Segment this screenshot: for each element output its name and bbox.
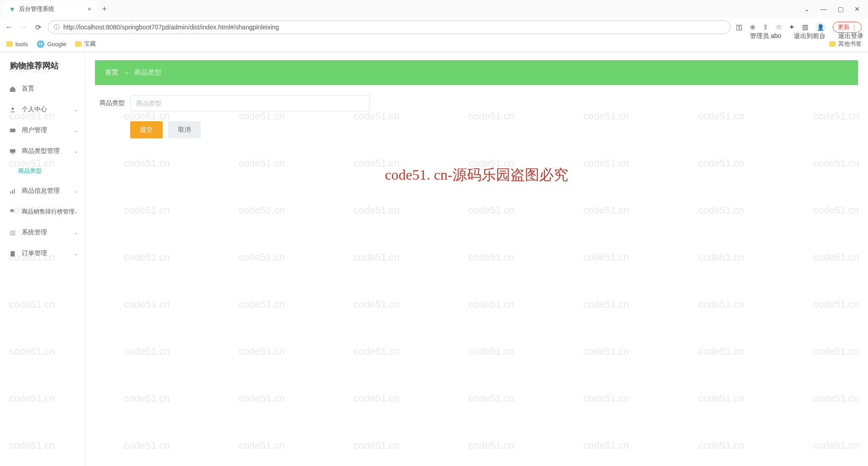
site-info-icon[interactable]: ⓘ: [54, 23, 60, 31]
form-area: 商品类型 提交 取消: [95, 95, 858, 138]
sidebar-item-label: 用户管理: [22, 126, 47, 134]
new-tab-button[interactable]: +: [98, 5, 111, 14]
svg-rect-5: [10, 191, 11, 194]
chevron-down-icon: ⌄: [74, 127, 78, 133]
user-icon: [9, 105, 16, 113]
tab-title: 后台管理系统: [19, 5, 84, 13]
monitor-icon: [9, 147, 16, 155]
sidebar-item-system[interactable]: 系统管理 ⌄: [0, 222, 85, 243]
sidebar-item-label: 商品销售排行榜管理: [22, 208, 75, 216]
svg-rect-10: [10, 234, 15, 235]
sidebar: 购物推荐网站 首页 个人中心 ⌄ 用户管理 ⌄ 商品类型管理 ⌄ 商品类型 商品…: [0, 52, 85, 466]
sidebar-item-label: 订单管理: [22, 249, 47, 257]
svg-marker-0: [10, 8, 14, 11]
svg-rect-2: [10, 128, 15, 132]
folder-icon: [829, 41, 835, 47]
home-icon: [9, 85, 16, 92]
exit-front-link[interactable]: 退出到前台: [794, 32, 826, 40]
panel-icon[interactable]: ▥: [802, 23, 808, 31]
svg-rect-8: [10, 231, 15, 231]
sidebar-item-profile[interactable]: 个人中心 ⌄: [0, 99, 85, 120]
forward-icon[interactable]: →: [19, 23, 28, 31]
close-tab-icon[interactable]: ×: [88, 5, 91, 13]
chevron-down-icon: ⌄: [74, 148, 78, 154]
sidebar-item-orders[interactable]: 订单管理 ⌄: [0, 243, 85, 264]
arrow-icon: →: [123, 69, 130, 76]
breadcrumb-home[interactable]: 首页: [105, 68, 118, 77]
main-content: 管理员 abo 退出到前台 退出登录 首页 → 商品类型 商品类型 提交 取消 …: [85, 52, 868, 466]
sidebar-subitem-product-type[interactable]: 商品类型: [0, 162, 85, 181]
bookmark-tools[interactable]: tools: [6, 41, 28, 48]
breadcrumb-current: 商品类型: [134, 68, 161, 77]
chevron-down-icon[interactable]: ⌄: [804, 5, 810, 13]
sidebar-item-users[interactable]: 用户管理 ⌄: [0, 120, 85, 141]
zoom-icon[interactable]: ⊕: [750, 24, 755, 31]
svg-rect-6: [12, 190, 13, 194]
sidebar-item-label: 商品类型管理: [22, 147, 60, 155]
bookmark-treasure[interactable]: 宝藏: [75, 40, 96, 48]
submit-button[interactable]: 提交: [130, 121, 163, 138]
sidebar-item-label: 个人中心: [22, 105, 47, 114]
button-row: 提交 取消: [130, 121, 858, 138]
sidebar-item-label: 商品信息管理: [22, 187, 60, 195]
close-window-icon[interactable]: ✕: [854, 5, 860, 13]
sidebar-item-home[interactable]: 首页: [0, 78, 85, 99]
maximize-icon[interactable]: ▢: [838, 5, 844, 13]
bars-icon: [9, 187, 16, 195]
minimize-icon[interactable]: —: [821, 5, 827, 13]
folder-icon: [75, 41, 81, 47]
list-icon: [9, 228, 16, 236]
password-key-icon[interactable]: ⚿: [736, 24, 743, 31]
sidebar-item-label: 首页: [22, 85, 34, 93]
flag-icon: [9, 208, 16, 215]
svg-rect-7: [14, 189, 15, 194]
sidebar-item-rank[interactable]: 商品销售排行榜管理 ⌄: [0, 201, 85, 222]
form-label: 商品类型: [95, 99, 125, 107]
user-label[interactable]: 管理员 abo: [750, 32, 781, 40]
profile-icon[interactable]: 👤: [816, 22, 826, 32]
folder-icon: [6, 41, 13, 47]
chevron-down-icon: ⌄: [74, 250, 78, 257]
breadcrumb: 首页 → 商品类型: [95, 60, 858, 85]
reload-icon[interactable]: ⟳: [33, 23, 42, 32]
watermark-main: code51. cn-源码乐园盗图必究: [385, 165, 568, 185]
cancel-button[interactable]: 取消: [168, 121, 201, 138]
sidebar-item-label: 系统管理: [22, 228, 47, 237]
svg-rect-11: [10, 251, 14, 257]
vue-favicon-icon: [9, 6, 15, 12]
bookmark-bar: tools 🌐Google 宝藏 其他书签: [0, 36, 868, 52]
chevron-down-icon: ⌄: [74, 229, 78, 236]
svg-rect-9: [10, 233, 15, 233]
chevron-down-icon: ⌄: [74, 106, 78, 113]
svg-rect-3: [10, 149, 15, 152]
url-text: http://localhost:8080/springboot707pd/ad…: [63, 24, 725, 31]
tab-bar: 后台管理系统 × + ⌄ — ▢ ✕: [0, 0, 868, 18]
svg-rect-4: [11, 153, 14, 154]
url-input[interactable]: ⓘ http://localhost:8080/springboot707pd/…: [48, 20, 731, 34]
share-icon[interactable]: ⇪: [763, 23, 769, 31]
window-controls: ⌄ — ▢ ✕: [804, 5, 868, 13]
bookmark-other[interactable]: 其他书签: [829, 40, 862, 48]
address-bar: ← → ⟳ ⓘ http://localhost:8080/springboot…: [0, 18, 868, 36]
globe-icon: 🌐: [37, 40, 44, 48]
logout-link[interactable]: 退出登录: [838, 32, 863, 40]
app-title: 购物推荐网站: [0, 52, 85, 78]
svg-point-1: [11, 107, 14, 109]
star-icon[interactable]: ☆: [776, 23, 782, 31]
clipboard-icon: [9, 249, 16, 257]
chevron-down-icon: ⌄: [74, 209, 78, 215]
update-button[interactable]: 更新⋮: [833, 22, 862, 33]
browser-tab[interactable]: 后台管理系统 ×: [3, 1, 98, 17]
sidebar-item-product-info[interactable]: 商品信息管理 ⌄: [0, 181, 85, 201]
bookmark-google[interactable]: 🌐Google: [37, 40, 66, 48]
sidebar-item-product-type[interactable]: 商品类型管理 ⌄: [0, 141, 85, 162]
product-type-input[interactable]: [130, 95, 370, 111]
back-icon[interactable]: ←: [5, 23, 14, 31]
chevron-down-icon: ⌄: [74, 188, 78, 194]
chat-icon: [9, 126, 16, 134]
extension-icon[interactable]: ✦: [789, 23, 795, 31]
form-row-product-type: 商品类型: [95, 95, 858, 111]
browser-chrome: 后台管理系统 × + ⌄ — ▢ ✕ ← → ⟳ ⓘ http://localh…: [0, 0, 868, 52]
app-root: 购物推荐网站 首页 个人中心 ⌄ 用户管理 ⌄ 商品类型管理 ⌄ 商品类型 商品…: [0, 52, 868, 466]
